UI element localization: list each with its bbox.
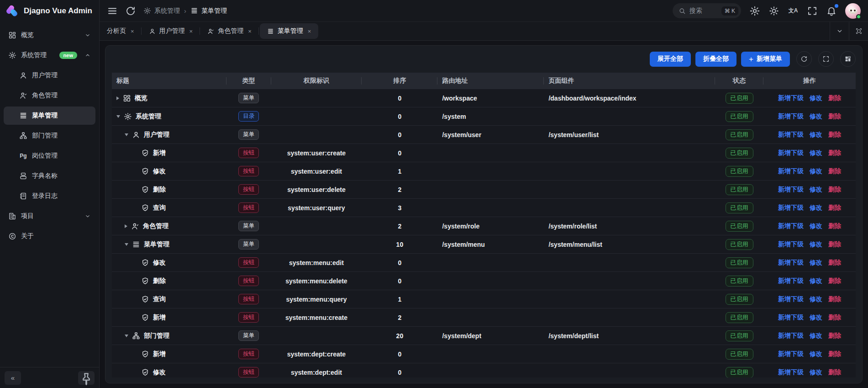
edit-link[interactable]: 修改	[810, 186, 822, 194]
add-child-link[interactable]: 新增下级	[778, 222, 804, 230]
caret-right-icon[interactable]	[125, 224, 127, 228]
caret-down-icon[interactable]	[116, 115, 120, 118]
delete-link[interactable]: 删除	[828, 186, 841, 194]
collapse-all-button[interactable]: 折叠全部	[695, 52, 736, 67]
delete-link[interactable]: 删除	[828, 240, 841, 249]
edit-link[interactable]: 修改	[810, 167, 822, 175]
edit-link[interactable]: 修改	[810, 350, 822, 358]
tab-1[interactable]: 用户管理×	[142, 22, 200, 40]
caret-down-icon[interactable]	[125, 243, 128, 246]
column-settings-button[interactable]	[840, 51, 856, 67]
sidebar-item-6[interactable]: Pg岗位管理	[4, 147, 95, 165]
table-row: 修改按钮system:user:edit1已启用新增下级修改删除	[112, 162, 856, 181]
caret-down-icon[interactable]	[125, 133, 128, 136]
table-fullscreen-button[interactable]	[818, 51, 834, 67]
add-child-link[interactable]: 新增下级	[778, 350, 804, 358]
tab-list-dropdown-button[interactable]	[830, 22, 849, 40]
caret-right-icon[interactable]	[116, 96, 119, 100]
caret-down-icon[interactable]	[125, 335, 128, 337]
add-child-link[interactable]: 新增下级	[778, 295, 804, 303]
delete-link[interactable]: 删除	[828, 314, 841, 322]
theme-toggle-button[interactable]	[768, 5, 779, 16]
add-child-link[interactable]: 新增下级	[778, 368, 804, 377]
breadcrumb: 系统管理 › 菜单管理	[143, 7, 227, 15]
edit-link[interactable]: 修改	[810, 368, 822, 377]
search-input[interactable]: 搜索 ⌘ K	[673, 3, 741, 18]
delete-link[interactable]: 删除	[828, 167, 841, 175]
delete-link[interactable]: 删除	[828, 350, 841, 358]
add-child-link[interactable]: 新增下级	[778, 314, 804, 322]
sidebar-collapse-button[interactable]: «	[5, 371, 21, 385]
sidebar-item-9[interactable]: 项目	[4, 207, 95, 225]
sidebar-item-5[interactable]: 部门管理	[4, 127, 95, 145]
sidebar-item-8[interactable]: 登录日志	[4, 187, 95, 205]
add-child-link[interactable]: 新增下级	[778, 240, 804, 249]
edit-link[interactable]: 修改	[810, 259, 822, 267]
delete-link[interactable]: 删除	[828, 94, 841, 102]
edit-link[interactable]: 修改	[810, 277, 822, 285]
add-child-link[interactable]: 新增下级	[778, 259, 804, 267]
add-child-link[interactable]: 新增下级	[778, 204, 804, 212]
edit-link[interactable]: 修改	[810, 295, 822, 303]
edit-link[interactable]: 修改	[810, 332, 822, 340]
delete-link[interactable]: 删除	[828, 131, 841, 139]
edit-link[interactable]: 修改	[810, 204, 822, 212]
delete-link[interactable]: 删除	[828, 295, 841, 303]
sidebar-item-2[interactable]: 用户管理	[4, 66, 95, 85]
add-child-link[interactable]: 新增下级	[778, 186, 804, 194]
tab-close-icon[interactable]: ×	[248, 28, 252, 35]
edit-link[interactable]: 修改	[810, 131, 822, 139]
delete-link[interactable]: 删除	[828, 332, 841, 340]
delete-link[interactable]: 删除	[828, 112, 841, 121]
delete-link[interactable]: 删除	[828, 222, 841, 230]
tab-3[interactable]: 菜单管理×	[260, 23, 319, 39]
breadcrumb-item-menu[interactable]: 菜单管理	[190, 7, 227, 15]
tab-2[interactable]: 角色管理×	[200, 22, 259, 40]
sidebar-item-3[interactable]: 角色管理	[4, 86, 95, 105]
settings-button[interactable]	[749, 5, 760, 16]
add-child-link[interactable]: 新增下级	[778, 94, 804, 102]
dashboard-icon	[123, 94, 131, 102]
sidebar-item-1[interactable]: 系统管理new	[4, 46, 95, 64]
hamburger-menu-button[interactable]	[107, 5, 118, 16]
language-button[interactable]: 文A	[788, 5, 799, 16]
sidebar-item-4[interactable]: 菜单管理	[4, 106, 95, 125]
edit-link[interactable]: 修改	[810, 112, 822, 121]
add-child-link[interactable]: 新增下级	[778, 112, 804, 121]
column-header-label: 路由地址	[442, 77, 468, 85]
sidebar-item-7[interactable]: 字典名称	[4, 167, 95, 185]
add-child-link[interactable]: 新增下级	[778, 149, 804, 157]
delete-link[interactable]: 删除	[828, 259, 841, 267]
refresh-page-button[interactable]	[125, 5, 136, 16]
delete-link[interactable]: 删除	[828, 204, 841, 212]
add-child-link[interactable]: 新增下级	[778, 277, 804, 285]
content-maximize-button[interactable]	[849, 22, 868, 40]
delete-link[interactable]: 删除	[828, 149, 841, 157]
add-child-link[interactable]: 新增下级	[778, 332, 804, 340]
add-child-link[interactable]: 新增下级	[778, 131, 804, 139]
edit-link[interactable]: 修改	[810, 314, 822, 322]
edit-link[interactable]: 修改	[810, 94, 822, 102]
edit-link[interactable]: 修改	[810, 222, 822, 230]
add-child-link[interactable]: 新增下级	[778, 167, 804, 175]
breadcrumb-item-system[interactable]: 系统管理	[143, 7, 180, 15]
edit-link[interactable]: 修改	[810, 240, 822, 249]
add-menu-button[interactable]: +新增菜单	[741, 52, 790, 67]
fullscreen-button[interactable]	[807, 5, 818, 16]
sidebar-pin-button[interactable]	[78, 371, 95, 385]
tab-close-icon[interactable]: ×	[308, 28, 311, 35]
edit-link[interactable]: 修改	[810, 149, 822, 157]
tab-close-icon[interactable]: ×	[189, 28, 193, 35]
column-header-label: 权限标识	[304, 77, 329, 85]
table-refresh-button[interactable]	[796, 51, 812, 67]
sidebar-item-0[interactable]: 概览	[4, 26, 95, 44]
delete-link[interactable]: 删除	[828, 368, 841, 377]
avatar[interactable]	[845, 3, 861, 19]
expand-all-button[interactable]: 展开全部	[650, 52, 691, 67]
sidebar-item-10[interactable]: 关于	[4, 227, 95, 245]
tab-close-icon[interactable]: ×	[131, 28, 134, 35]
delete-link[interactable]: 删除	[828, 277, 841, 285]
perm-cell-value: system:user:edit	[291, 168, 342, 175]
tab-0[interactable]: 分析页×	[100, 22, 142, 40]
notifications-button[interactable]	[826, 5, 837, 16]
